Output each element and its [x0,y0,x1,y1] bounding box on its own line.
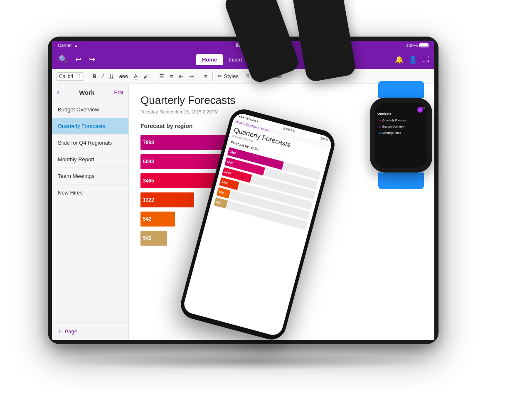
format-sep-1 [87,72,87,81]
phone-bar-label-0: 7893 [229,150,236,155]
underline-button[interactable]: U [107,72,115,80]
phone-battery: 100% [320,136,329,142]
status-left: Carrier ▲ ⋯ [58,43,85,48]
watch-close-button[interactable]: ✕ [417,107,423,113]
sidebar-back-button[interactable]: ‹ [57,88,59,97]
wifi-icon: ▲ [74,43,78,48]
sidebar-title: Work [79,89,94,96]
strikethrough-button[interactable]: abc [117,72,130,80]
chart-bar-label-3: 1322 [143,197,154,203]
watch-body: ✕ 8:08 OneNote Quarterly Forecast Budget… [370,98,432,172]
phone-bar-label-2: 3465 [224,170,231,175]
numbered-list-button[interactable]: ≡ [168,72,175,80]
expand-icon[interactable]: ⛶ [422,55,429,64]
align-button[interactable]: ≡ [202,72,209,80]
sidebar-item-new-hires[interactable]: New Hires [52,185,128,201]
format-sep-3 [199,72,199,81]
sidebar: ‹ Work Edit Budget Overview Quarterly Fo… [52,84,129,340]
carrier-label: Carrier [58,43,72,48]
styles-button[interactable]: ✏ Styles [216,72,241,80]
scene: Carrier ▲ ⋯ 9:42 AM 100% 🔍 ↩ ↪ Home Ins [0,0,532,399]
phone-bar-label-1: 5093 [227,160,234,165]
undo-icon[interactable]: ↩ [74,54,83,65]
phone-bar-label-5: 542 [216,200,222,204]
sidebar-item-team-meetings[interactable]: Team Meetings [52,168,128,185]
font-size: 11 [76,74,81,79]
watch-item-label-3: Meeting Notes [382,131,401,134]
italic-button[interactable]: I [100,72,106,80]
phone-bar-5: 542 [214,197,228,209]
watch-item-2[interactable]: Budget Overview [377,124,425,129]
decrease-indent-button[interactable]: ⇤ [177,72,185,80]
font-color-button[interactable]: A̲ [132,72,140,80]
watch-item-dot-2 [379,126,381,128]
tab-home[interactable]: Home [196,54,223,65]
bell-icon[interactable]: 🔔 [395,55,404,64]
chart-bar-label-1: 5093 [143,159,154,165]
watch-screen: ✕ 8:08 OneNote Quarterly Forecast Budget… [375,103,427,167]
redo-icon[interactable]: ↪ [87,54,97,65]
battery-label: 100% [406,43,418,48]
smartwatch: ✕ 8:08 OneNote Quarterly Forecast Budget… [362,81,441,177]
chart-bar-3: 1322 [140,192,194,207]
signal-icon: ⋯ [80,43,85,48]
sidebar-edit-button[interactable]: Edit [114,89,123,96]
font-selector[interactable]: Calibri 11 [56,72,84,81]
watch-item-dot-1 [379,120,381,121]
font-name: Calibri [59,74,73,79]
sidebar-header: ‹ Work Edit [52,84,128,101]
sidebar-item-monthly-report[interactable]: Monthly Report [52,151,128,168]
watch-item-label-1: Quarterly Forecast [382,119,406,122]
chart-bar-label-5: 542 [143,235,151,241]
phone-bar-label-3: 1322 [222,180,229,185]
sidebar-items: Budget Overview Quarterly Forecasts Slid… [52,101,128,323]
sidebar-item-slide-q4[interactable]: Slide for Q4 Regionals [52,135,128,151]
sidebar-item-quarterly-forecasts[interactable]: Quarterly Forecasts [52,118,128,135]
search-icon[interactable]: 🔍 [57,54,69,65]
tablet-shadow [54,353,436,370]
chart-bar-label-2: 3465 [143,178,154,184]
format-sep-2 [154,72,154,81]
toolbar-right-icons: 🔔 👤 ⛶ [395,55,429,64]
watch-app-title: OneNote [377,112,425,116]
watch-item-1[interactable]: Quarterly Forecast [377,118,425,123]
chart-bar-5: 542 [140,231,167,246]
watch-item-label-2: Budget Overview [382,125,404,128]
bullet-list-button[interactable]: ☰ [157,72,166,80]
add-page-button[interactable]: + Page [52,323,128,340]
chart-bar-label-0: 7893 [143,140,154,145]
add-page-label: Page [65,328,77,335]
bold-button[interactable]: B [90,72,98,80]
sidebar-item-budget-overview[interactable]: Budget Overview [52,101,128,118]
watch-item-dot-3 [379,132,381,134]
chart-bar-label-4: 542 [143,216,151,222]
battery-icon [419,43,429,47]
person-icon[interactable]: 👤 [409,55,417,64]
phone-bar-4: 542 [217,187,231,199]
watch-item-3[interactable]: Meeting Notes [377,130,425,135]
phone-bar-label-4: 542 [219,190,224,195]
highlight-button[interactable]: 🖌 [141,72,151,80]
format-sep-4 [212,72,213,81]
chart-bar-4: 542 [140,212,175,227]
plus-icon: + [58,327,62,336]
status-right: 100% [406,43,429,48]
increase-indent-button[interactable]: ⇥ [187,72,196,80]
watch-band-bottom [378,172,424,189]
watch-band-top [378,81,424,98]
